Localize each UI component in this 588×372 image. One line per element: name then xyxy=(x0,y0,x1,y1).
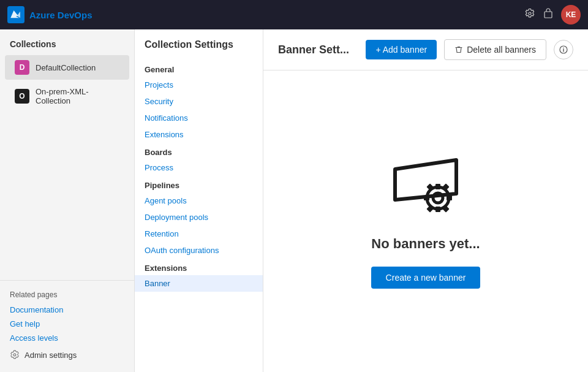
no-banners-text: No banners yet... xyxy=(371,236,480,252)
settings-item-banner[interactable]: Banner xyxy=(135,275,263,292)
settings-item-projects[interactable]: Projects xyxy=(135,77,263,93)
settings-item-security[interactable]: Security xyxy=(135,93,263,110)
top-nav: Azure DevOps KE xyxy=(0,0,588,29)
admin-settings-item[interactable]: Admin settings xyxy=(5,345,129,365)
collection-name-default: DefaultCollection xyxy=(36,63,96,72)
nav-right: KE xyxy=(524,5,581,25)
svg-rect-12 xyxy=(424,195,429,200)
settings-item-oauth[interactable]: OAuth configurations xyxy=(135,242,263,259)
settings-item-retention[interactable]: Retention xyxy=(135,226,263,242)
user-avatar[interactable]: KE xyxy=(561,5,581,25)
svg-point-3 xyxy=(13,354,16,356)
section-header-general: General xyxy=(135,60,263,77)
svg-point-8 xyxy=(433,193,443,203)
section-header-pipelines: Pipelines xyxy=(135,176,263,192)
svg-point-5 xyxy=(563,47,564,48)
settings-icon[interactable] xyxy=(524,8,535,22)
nav-left: Azure DevOps xyxy=(7,6,92,23)
settings-item-notifications[interactable]: Notifications xyxy=(135,110,263,126)
info-button[interactable] xyxy=(554,40,573,59)
collections-sidebar: Collections D DefaultCollection O On-pre… xyxy=(0,29,135,372)
content-area: Banner Sett... + Add banner Delete all b… xyxy=(263,29,588,372)
main-layout: Collections D DefaultCollection O On-pre… xyxy=(0,29,588,372)
content-header: Banner Sett... + Add banner Delete all b… xyxy=(263,29,588,70)
settings-sidebar-title: Collection Settings xyxy=(135,39,263,60)
collection-avatar-default: D xyxy=(15,60,29,75)
get-help-link[interactable]: Get help xyxy=(5,317,129,331)
settings-item-process[interactable]: Process xyxy=(135,159,263,176)
svg-rect-10 xyxy=(435,207,440,212)
gear-icon xyxy=(10,350,20,360)
collection-avatar-onprem: O xyxy=(15,89,29,104)
svg-rect-9 xyxy=(435,184,440,189)
collections-title: Collections xyxy=(0,29,134,54)
svg-point-1 xyxy=(529,12,531,15)
settings-sidebar: Collection Settings General Projects Sec… xyxy=(135,29,263,372)
settings-item-deployment-pools[interactable]: Deployment pools xyxy=(135,209,263,226)
content-body: No banners yet... Create a new banner xyxy=(263,70,588,372)
create-new-banner-button[interactable]: Create a new banner xyxy=(371,267,481,289)
add-banner-button[interactable]: + Add banner xyxy=(366,40,437,59)
access-levels-link[interactable]: Access levels xyxy=(5,331,129,345)
collection-item-onprem[interactable]: O On-prem-XML-Collection xyxy=(5,82,129,110)
trash-icon xyxy=(454,45,463,54)
collection-name-onprem: On-prem-XML-Collection xyxy=(36,87,119,105)
admin-settings-label: Admin settings xyxy=(24,351,77,360)
section-header-extensions: Extensions xyxy=(135,259,263,275)
no-banners-illustration xyxy=(377,154,475,221)
documentation-link[interactable]: Documentation xyxy=(5,303,129,317)
related-pages-title: Related pages xyxy=(5,288,129,303)
content-title: Banner Sett... xyxy=(278,44,358,56)
svg-rect-11 xyxy=(447,195,452,200)
svg-rect-2 xyxy=(545,12,552,18)
settings-item-extensions-general[interactable]: Extensions xyxy=(135,126,263,143)
section-header-boards: Boards xyxy=(135,143,263,159)
info-icon xyxy=(559,45,568,54)
extensions-icon[interactable] xyxy=(543,8,554,22)
brand-name[interactable]: Azure DevOps xyxy=(29,10,92,20)
collection-item-default[interactable]: D DefaultCollection xyxy=(5,55,129,80)
azure-devops-logo xyxy=(7,6,24,23)
settings-item-agent-pools[interactable]: Agent pools xyxy=(135,192,263,209)
delete-all-banners-button[interactable]: Delete all banners xyxy=(444,39,546,60)
sidebar-bottom: Related pages Documentation Get help Acc… xyxy=(0,280,134,372)
